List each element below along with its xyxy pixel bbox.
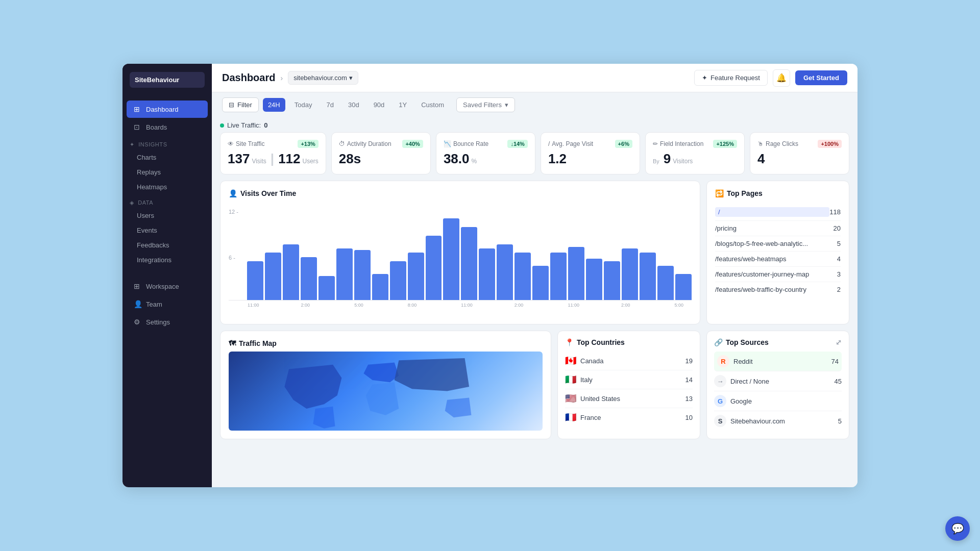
page-row[interactable]: /features/customer-journey-map 3 (715, 267, 841, 282)
domain-selector[interactable]: sitebehaviour.com ▾ (288, 71, 358, 85)
sidebar-section-insights: ✦ Insights (122, 136, 212, 150)
metric-badge: ↓14% (507, 140, 528, 148)
bottom-row: 🗺 Traffic Map (220, 331, 849, 439)
period-7d-button[interactable]: 7d (321, 98, 338, 112)
bar-0 (247, 261, 263, 300)
feature-request-button[interactable]: ✦ Feature Request (694, 70, 768, 86)
page-row[interactable]: /pricing 20 (715, 221, 841, 236)
metric-card-1: ⏱ Activity Duration +40% 28s (331, 132, 431, 174)
heatmaps-label: Heatmaps (137, 183, 167, 191)
metric-value-row: By9 Visitors (653, 151, 737, 167)
source-left: G Google (714, 395, 752, 407)
period-today-button[interactable]: Today (289, 98, 317, 112)
metric-value: 137 (228, 151, 250, 167)
boards-icon: ⊡ (134, 123, 142, 131)
sidebar-item-users[interactable]: Users (122, 208, 212, 223)
sidebar-item-heatmaps[interactable]: Heatmaps (122, 180, 212, 194)
bar-15 (514, 253, 531, 300)
page-count: 3 (837, 270, 841, 278)
sidebar-item-workspace[interactable]: ⊞ Workspace (127, 278, 208, 295)
notifications-button[interactable]: 🔔 (773, 69, 790, 87)
metric-badge: +13% (298, 140, 318, 148)
filter-icon: ⊟ (229, 101, 234, 109)
bar-16 (532, 266, 549, 300)
sources-title: 🔗 Top Sources ⤢ (714, 338, 842, 346)
data-icon: ◈ (130, 199, 134, 206)
sidebar-item-feedbacks[interactable]: Feedbacks (122, 238, 212, 253)
top-pages-card: 🔁 Top Pages / 118 /pricing 20 /blogs/top… (706, 181, 849, 324)
country-row: 🇺🇸 United States 13 (565, 389, 693, 408)
time-label-2: 5:00 (354, 303, 406, 308)
period-90d-button[interactable]: 90d (369, 98, 390, 112)
sidebar-item-charts[interactable]: Charts (122, 150, 212, 165)
period-24h-button[interactable]: 24H (263, 98, 285, 112)
country-name: Italy (580, 376, 593, 384)
metric-header: 📉 Bounce Rate ↓14% (444, 140, 528, 148)
metric-card-2: 📉 Bounce Rate ↓14% 38.0 % (436, 132, 535, 174)
bar-1 (265, 253, 281, 300)
filter-bar: ⊟ Filter 24H Today 7d 30d 90d 1Y Custom … (212, 92, 857, 117)
bar-21 (622, 248, 638, 300)
metric-value-row: 38.0 % (444, 151, 528, 167)
workspace-icon: ⊞ (134, 282, 142, 290)
saved-filters-dropdown[interactable]: Saved Filters ▾ (456, 97, 515, 112)
sidebar-item-settings[interactable]: ⚙ Settings (127, 313, 208, 331)
pages-list: / 118 /pricing 20 /blogs/top-5-free-web-… (715, 204, 841, 297)
metric-title: ⏱ Activity Duration (339, 140, 391, 147)
metric-card-4: ✏ Field Interaction +125% By9 Visitors (645, 132, 745, 174)
chat-button[interactable]: 💬 (945, 516, 970, 541)
metric-value-row: 28s (339, 151, 423, 167)
top-countries-card: 📍 Top Countries 🇨🇦 Canada 19 🇮🇹 Italy 14… (557, 331, 700, 439)
country-flag: 🇨🇦 (565, 355, 576, 366)
sidebar-item-dashboard[interactable]: ⊞ Dashboard (127, 101, 208, 118)
map-visual (229, 352, 543, 431)
sidebar-item-integrations[interactable]: Integrations (122, 253, 212, 267)
sidebar-item-label: Boards (146, 123, 167, 131)
period-30d-button[interactable]: 30d (343, 98, 364, 112)
sidebar-item-events[interactable]: Events (122, 223, 212, 238)
metric-title: 👁 Site Traffic (228, 140, 264, 147)
source-count: 74 (831, 358, 839, 365)
page-row[interactable]: / 118 (715, 204, 841, 221)
sidebar-item-boards[interactable]: ⊡ Boards (127, 118, 208, 136)
metric-value-row: 137 Visits|112 Users (228, 151, 318, 167)
bar-17 (550, 253, 567, 300)
metric-badge: +6% (615, 140, 632, 148)
bar-time-labels: 11:002:005:008:0011:002:0011:002:005:00 (229, 303, 692, 308)
charts-label: Charts (137, 154, 156, 161)
source-count: 5 (838, 417, 842, 425)
page-row[interactable]: /features/web-traffic-by-country 2 (715, 282, 841, 297)
topbar-right: ✦ Feature Request 🔔 Get Started (694, 69, 847, 87)
source-icon: G (714, 395, 726, 407)
bar-8 (390, 261, 406, 300)
page-row[interactable]: /features/web-heatmaps 4 (715, 252, 841, 267)
countries-title: 📍 Top Countries (565, 338, 693, 346)
sidebar-item-team[interactable]: 👤 Team (127, 295, 208, 313)
filter-button[interactable]: ⊟ Filter (222, 97, 259, 112)
metric-value-row: 4 (757, 151, 842, 167)
map-icon: 🗺 (229, 339, 236, 347)
metric-value-row: 1.2 (548, 151, 632, 167)
page-count: 2 (837, 286, 841, 293)
country-flag: 🇫🇷 (565, 412, 576, 423)
get-started-button[interactable]: Get Started (795, 70, 847, 85)
insights-icon: ✦ (130, 141, 135, 147)
time-label-6: 11:00 (567, 303, 619, 308)
main-content: Dashboard › sitebehaviour.com ▾ ✦ Featur… (212, 64, 857, 487)
period-custom-button[interactable]: Custom (416, 98, 449, 112)
bar-chart: 12 - 6 - 11:002:005:008:0011:002:0011:00… (229, 204, 692, 316)
chat-icon: 💬 (951, 522, 964, 535)
topbar: Dashboard › sitebehaviour.com ▾ ✦ Featur… (212, 64, 857, 92)
bars-wrapper (229, 204, 692, 300)
sidebar-item-replays[interactable]: Replays (122, 165, 212, 180)
source-left: R Reddit (717, 355, 753, 367)
dashboard-icon: ⊞ (134, 105, 142, 113)
bar-23 (657, 266, 674, 300)
country-count: 13 (685, 395, 693, 403)
metric-header: / Avg. Page Visit +6% (548, 140, 632, 148)
chart-icon: 👤 (229, 189, 237, 197)
period-1y-button[interactable]: 1Y (394, 98, 412, 112)
page-row[interactable]: /blogs/top-5-free-web-analytic... 5 (715, 236, 841, 252)
bar-12 (461, 227, 477, 300)
expand-icon[interactable]: ⤢ (836, 338, 842, 346)
